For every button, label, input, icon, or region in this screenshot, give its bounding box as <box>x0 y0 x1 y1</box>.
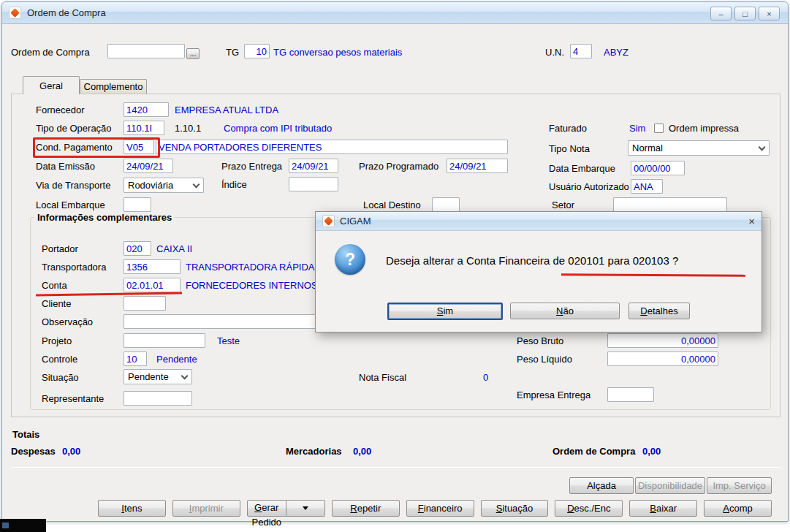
dialog-close-button[interactable]: × <box>748 216 755 227</box>
question-icon: ? <box>335 244 365 275</box>
fornecedor-input[interactable] <box>124 102 169 117</box>
despesas-value: 0,00 <box>62 446 80 457</box>
screen-artifact <box>0 519 46 532</box>
minimize-icon: – <box>718 10 723 18</box>
tipo-operacao-code: 1.10.1 <box>175 123 201 134</box>
empresa-entrega-input[interactable] <box>607 387 654 402</box>
controle-label: Controle <box>42 354 77 365</box>
transportadora-input[interactable] <box>124 259 181 274</box>
usuario-autorizado-label: Usuário Autorizado <box>549 181 629 192</box>
empresa-entrega-label: Empresa Entrega <box>517 390 590 400</box>
dialog-message: Deseja alterar a Conta Financeira de 020… <box>386 254 678 267</box>
conta-input[interactable] <box>124 278 181 292</box>
via-transporte-select[interactable]: Rodoviária <box>124 178 204 193</box>
dialog-message-prefix: Deseja alterar a Conta Financeira de <box>386 254 568 267</box>
cliente-label: Cliente <box>42 298 71 309</box>
financeiro-button[interactable]: Financeiro <box>406 500 474 517</box>
close-icon: × <box>748 215 755 227</box>
tg-input[interactable] <box>244 44 270 58</box>
disponibilidade-button[interactable]: Disponibilidade <box>635 477 705 494</box>
situacao-select[interactable]: Pendente <box>124 369 192 384</box>
itens-button[interactable]: Itens <box>98 500 166 517</box>
prazo-programado-label: Prazo Programado <box>359 161 438 172</box>
data-emissao-input[interactable] <box>124 159 173 173</box>
window-titlebar: Ordem de Compra <box>2 2 788 24</box>
gerar-pedido-dropdown-button[interactable] <box>286 500 325 517</box>
prazo-entrega-input[interactable] <box>289 159 338 173</box>
fornecedor-description: EMPRESA ATUAL LTDA <box>175 104 278 115</box>
nota-fiscal-value: 0 <box>483 372 488 383</box>
local-embarque-label: Local Embarque <box>36 200 105 210</box>
un-input[interactable] <box>570 44 592 58</box>
close-button[interactable]: × <box>759 7 780 20</box>
transportadora-label: Transportadora <box>42 262 106 273</box>
dialog-message-highlight: 020101 para 020103 <box>568 254 669 267</box>
faturado-label: Faturado <box>549 123 587 134</box>
alcada-button[interactable]: Alçada <box>569 477 634 494</box>
cond-pagamento-input[interactable] <box>124 140 154 154</box>
imp-servico-button[interactable]: Imp. Serviço <box>707 477 772 494</box>
action-button-row: Itens Imprimir Gerar Pedido Repetir Fina… <box>98 500 772 517</box>
tab-geral[interactable]: Geral <box>23 76 80 94</box>
setor-input[interactable] <box>613 197 727 212</box>
conta-label: Conta <box>42 280 67 291</box>
ordem-de-compra-label: Ordem de Compra <box>11 47 90 58</box>
tg-description: TG conversao pesos materiais <box>273 47 402 58</box>
situacao-button[interactable]: Situação <box>481 500 549 517</box>
representante-input[interactable] <box>124 391 192 406</box>
browse-button[interactable]: ... <box>186 48 200 59</box>
usuario-autorizado-input[interactable] <box>631 179 663 194</box>
observacao-label: Observação <box>42 316 93 327</box>
prazo-programado-input[interactable] <box>447 159 508 173</box>
data-embarque-input[interactable] <box>631 161 685 175</box>
controle-description: Pendente <box>156 354 197 365</box>
local-embarque-input[interactable] <box>124 197 151 212</box>
cigam-logo-icon <box>322 215 335 227</box>
cond-pagamento-description <box>156 140 508 154</box>
mercadorias-value: 0,00 <box>353 446 371 457</box>
ordem-impressa-checkbox[interactable] <box>654 123 664 133</box>
despesas-label: Despesas <box>11 446 56 457</box>
local-destino-label: Local Destino <box>363 200 421 210</box>
gerar-pedido-button[interactable]: Gerar Pedido <box>247 500 286 517</box>
peso-bruto-label: Peso Bruto <box>517 335 563 346</box>
tipo-operacao-input[interactable] <box>124 121 164 135</box>
tg-label: TG <box>226 47 239 58</box>
minimize-button[interactable]: – <box>710 7 732 20</box>
acomp-button[interactable]: Acomp <box>704 500 772 517</box>
indice-label: Índice <box>221 179 247 190</box>
divider <box>11 467 780 468</box>
detalhes-button[interactable]: Detalhes <box>628 303 690 319</box>
portador-input[interactable] <box>124 241 151 256</box>
peso-liquido-input[interactable] <box>607 352 718 366</box>
imprimir-button[interactable]: Imprimir <box>172 500 240 517</box>
tipo-nota-label: Tipo Nota <box>549 143 590 154</box>
tipo-nota-select[interactable]: Normal <box>628 140 770 156</box>
controle-input[interactable] <box>124 352 147 366</box>
ordem-total-value: 0,00 <box>642 446 661 457</box>
dropdown-arrow-icon <box>303 506 308 510</box>
portador-label: Portador <box>42 243 78 254</box>
tipo-nota-value: Normal <box>632 142 663 153</box>
ordem-impressa-label: Ordem impressa <box>669 123 739 134</box>
dialog-titlebar: CIGAM × <box>316 212 761 231</box>
ordem-de-compra-input[interactable] <box>107 44 185 58</box>
restore-button[interactable]: □ <box>734 7 756 20</box>
conta-description: FORNECEDORES INTERNOS <box>186 280 318 291</box>
window-controls: – □ × <box>710 7 780 20</box>
sim-button[interactable]: Sim <box>387 303 503 320</box>
repetir-button[interactable]: Repetir <box>332 500 400 517</box>
peso-bruto-input[interactable] <box>607 333 718 348</box>
indice-input[interactable] <box>289 177 338 191</box>
mercadorias-label: Mercadorias <box>286 446 342 457</box>
nao-button[interactable]: Não <box>510 303 620 319</box>
representante-label: Representante <box>42 393 104 404</box>
ordem-de-compra-window: Ordem de Compra – □ × Ordem de Compra ..… <box>1 1 789 522</box>
baixar-button[interactable]: Baixar <box>629 500 697 517</box>
local-destino-input[interactable] <box>432 197 460 212</box>
cliente-input[interactable] <box>124 296 166 311</box>
projeto-input[interactable] <box>124 333 205 348</box>
desc-enc-button[interactable]: Desc./Enc <box>555 500 623 517</box>
cigam-dialog: CIGAM × ? Deseja alterar a Conta Finance… <box>315 211 762 332</box>
tab-complemento[interactable]: Complemento <box>80 79 147 94</box>
